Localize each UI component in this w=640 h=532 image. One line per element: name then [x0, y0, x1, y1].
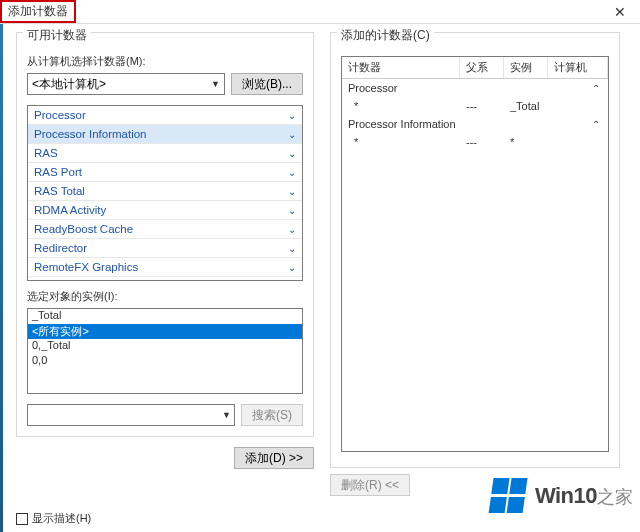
instance-item[interactable]: <所有实例> — [28, 324, 302, 339]
added-header-label: Processor Information — [348, 118, 466, 130]
show-description-row[interactable]: 显示描述(H) — [16, 511, 91, 526]
chevron-up-icon: ⌃ — [592, 83, 600, 94]
counter-item[interactable]: RAS Port⌄ — [28, 163, 302, 182]
counter-item[interactable]: ReadyBoost Cache⌄ — [28, 220, 302, 239]
chevron-down-icon: ⌄ — [288, 129, 296, 140]
added-header-label: Processor — [348, 82, 466, 94]
available-group-title: 可用计数器 — [23, 27, 91, 44]
th-instance[interactable]: 实例 — [504, 57, 548, 78]
add-button[interactable]: 添加(D) >> — [234, 447, 314, 469]
counter-item-label: RAS — [34, 147, 58, 159]
counter-item[interactable]: RemoteFX Graphics⌄ — [28, 258, 302, 277]
watermark: Win10之家 — [491, 478, 632, 514]
chevron-down-icon: ⌄ — [288, 167, 296, 178]
counter-item[interactable]: Processor⌄ — [28, 106, 302, 125]
counter-item[interactable]: Redirector⌄ — [28, 239, 302, 258]
counter-item[interactable]: Processor Information⌄ — [28, 125, 302, 144]
instances-label: 选定对象的实例(I): — [27, 289, 303, 304]
added-data-row[interactable]: *---_Total — [342, 97, 608, 115]
counter-item-label: Processor Information — [34, 128, 147, 140]
instances-list[interactable]: _Total<所有实例>0,_Total0,0 — [27, 308, 303, 394]
chevron-down-icon: ▼ — [211, 79, 220, 89]
show-description-checkbox[interactable] — [16, 513, 28, 525]
added-table: 计数器 父系 实例 计算机 Processor⌃ *---_TotalProce… — [341, 56, 609, 452]
window-title: 添加计数器 — [0, 0, 76, 23]
added-group-header[interactable]: Processor Information⌃ — [342, 115, 608, 133]
chevron-up-icon: ⌃ — [592, 119, 600, 130]
chevron-down-icon: ⌄ — [288, 224, 296, 235]
counter-item-label: RAS Total — [34, 185, 85, 197]
window-left-edge — [0, 24, 3, 532]
added-group-header[interactable]: Processor⌃ — [342, 79, 608, 97]
counter-item[interactable]: RAS⌄ — [28, 144, 302, 163]
counter-item-label: RAS Port — [34, 166, 82, 178]
titlebar: 添加计数器 ✕ — [0, 0, 640, 24]
counter-item[interactable]: RDMA Activity⌄ — [28, 201, 302, 220]
counter-item-label: ReadyBoost Cache — [34, 223, 133, 235]
added-group-title: 添加的计数器(C) — [337, 27, 434, 44]
counter-item-label: Redirector — [34, 242, 87, 254]
chevron-down-icon: ⌄ — [288, 262, 296, 273]
counter-item-label: RemoteFX Graphics — [34, 261, 138, 273]
th-counter[interactable]: 计数器 — [342, 57, 460, 78]
search-button[interactable]: 搜索(S) — [241, 404, 303, 426]
counter-item[interactable]: RAS Total⌄ — [28, 182, 302, 201]
close-button[interactable]: ✕ — [600, 0, 640, 24]
remove-button[interactable]: 删除(R) << — [330, 474, 410, 496]
counter-item-label: RDMA Activity — [34, 204, 106, 216]
chevron-down-icon: ⌄ — [288, 186, 296, 197]
from-computer-label: 从计算机选择计数器(M): — [27, 54, 303, 69]
windows-logo-icon — [488, 478, 529, 514]
available-counters-group: 可用计数器 从计算机选择计数器(M): <本地计算机> ▼ 浏览(B)... P… — [16, 32, 314, 437]
show-description-label: 显示描述(H) — [32, 511, 91, 526]
added-table-body[interactable]: Processor⌃ *---_TotalProcessor Informati… — [342, 79, 608, 451]
instance-item[interactable]: 0,_Total — [28, 339, 302, 354]
added-counters-group: 添加的计数器(C) 计数器 父系 实例 计算机 Processor⌃ *---_… — [330, 32, 620, 468]
close-icon: ✕ — [614, 4, 626, 20]
computer-combo-value: <本地计算机> — [32, 76, 106, 93]
added-table-header: 计数器 父系 实例 计算机 — [342, 57, 608, 79]
counter-item-label: Processor — [34, 109, 86, 121]
chevron-down-icon: ⌄ — [288, 110, 296, 121]
th-parent[interactable]: 父系 — [460, 57, 504, 78]
chevron-down-icon: ⌄ — [288, 243, 296, 254]
chevron-down-icon: ⌄ — [288, 205, 296, 216]
added-data-row[interactable]: *---* — [342, 133, 608, 151]
instance-item[interactable]: _Total — [28, 309, 302, 324]
instance-item[interactable]: 0,0 — [28, 354, 302, 369]
th-computer[interactable]: 计算机 — [548, 57, 608, 78]
chevron-down-icon: ⌄ — [288, 148, 296, 159]
watermark-text: Win10之家 — [535, 483, 632, 509]
browse-button[interactable]: 浏览(B)... — [231, 73, 303, 95]
counter-list[interactable]: Processor⌄Processor Information⌄RAS⌄RAS … — [27, 105, 303, 281]
computer-combo[interactable]: <本地计算机> ▼ — [27, 73, 225, 95]
chevron-down-icon: ▼ — [222, 410, 231, 420]
search-combo[interactable]: ▼ — [27, 404, 235, 426]
